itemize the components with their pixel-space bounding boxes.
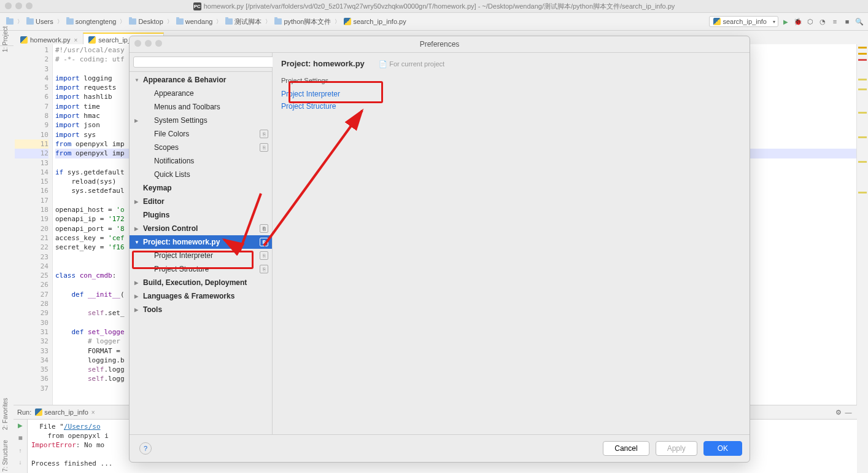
prefs-tree-item[interactable]: ▶System Settings [130, 114, 272, 127]
prefs-tree-item[interactable]: ▶Editor [130, 195, 272, 208]
pycharm-icon: PC [193, 2, 201, 10]
folder-icon [66, 18, 74, 25]
section-title: Project Settings [281, 77, 741, 84]
dialog-title: Preferences [420, 40, 460, 49]
breadcrumb-item[interactable]: python脚本文件 [272, 16, 333, 28]
folder-icon [274, 18, 282, 25]
search-input[interactable] [133, 57, 283, 68]
stop-icon[interactable]: ■ [842, 17, 852, 26]
prefs-tree-item[interactable]: Appearance [130, 87, 272, 100]
folder-icon [26, 18, 34, 25]
prefs-tree-item[interactable]: ▶Languages & Frameworks [130, 289, 272, 303]
ok-button[interactable]: OK [703, 441, 742, 456]
tool-window-project[interactable]: 1: Project [2, 26, 9, 52]
folder-icon [129, 18, 136, 25]
prefs-tree-item[interactable]: Plugins [130, 208, 272, 222]
prefs-tree-item[interactable]: Project Structure⎘ [130, 262, 272, 276]
close-icon[interactable]: × [91, 409, 95, 416]
run-toolbar: ▶ ■ ↑ ↓ [14, 420, 28, 473]
breadcrumb-item[interactable]: Desktop [126, 17, 165, 26]
python-file-icon [35, 408, 42, 416]
file-link[interactable]: /Users/so [64, 423, 101, 431]
prefs-tree-item[interactable]: ▶Build, Execution, Deployment [130, 276, 272, 289]
project-structure-link[interactable]: Project Structure [281, 100, 741, 112]
search-icon[interactable]: 🔍 [854, 17, 864, 26]
project-interpreter-link[interactable]: Project Interpreter [281, 88, 741, 100]
dialog-titlebar: Preferences [130, 36, 750, 53]
breadcrumb-item[interactable]: songtengteng [64, 17, 119, 26]
breadcrumb-item[interactable]: 测试脚本 [223, 16, 264, 28]
breadcrumb-item[interactable]: Users [24, 17, 56, 26]
python-file-icon [344, 18, 351, 25]
navigation-bar: 〉 Users 〉 songtengteng 〉 Desktop 〉 wenda… [0, 13, 868, 31]
python-file-icon [20, 36, 28, 44]
prefs-tree-item[interactable]: ▼Project: homework.py⎘ [130, 235, 272, 249]
breadcrumb-item[interactable]: search_ip_info.py [341, 17, 408, 26]
prefs-tree-item[interactable]: Quick Lists [130, 168, 272, 181]
stop-icon[interactable]: ■ [18, 434, 22, 442]
close-icon[interactable]: × [74, 37, 77, 44]
prefs-tree-item[interactable]: Project Interpreter⎘ [130, 249, 272, 262]
dialog-footer: ? Cancel Apply OK [130, 434, 750, 462]
toolbar-right: search_ip_info ▶ 🐞 ⬡ ◔ ≡ ■ 🔍 [709, 16, 864, 27]
run-label: Run: [17, 408, 31, 416]
folder-icon [176, 18, 184, 25]
concurrency-icon[interactable]: ≡ [830, 17, 840, 26]
preferences-sidebar: ▼Appearance & BehaviorAppearanceMenus an… [130, 53, 273, 434]
run-config-selector[interactable]: search_ip_info [709, 16, 778, 27]
preferences-tree[interactable]: ▼Appearance & BehaviorAppearanceMenus an… [130, 72, 272, 434]
prefs-tree-item[interactable]: Menus and Toolbars [130, 100, 272, 114]
profile-icon[interactable]: ◔ [818, 17, 827, 26]
prefs-tree-item[interactable]: Scopes⎘ [130, 141, 272, 154]
folder-icon [225, 18, 233, 25]
page-title: Project: homework.py [281, 59, 365, 68]
prefs-tree-item[interactable]: ▶Version Control⎘ [130, 222, 272, 235]
prefs-tree-item[interactable]: File Colors⎘ [130, 127, 272, 141]
traffic-lights [134, 40, 162, 47]
tool-window-favorites[interactable]: 2: Favorites [2, 398, 9, 430]
traffic-lights [5, 2, 33, 9]
gear-icon[interactable]: ⚙ [834, 407, 843, 417]
prefs-tree-item[interactable]: Keymap [130, 181, 272, 195]
error-stripe[interactable] [856, 44, 868, 405]
prefs-tree-item[interactable]: Notifications [130, 154, 272, 168]
window-title: homework.py [/private/var/folders/vd/0z0… [204, 2, 675, 11]
window-titlebar: PC homework.py [/private/var/folders/vd/… [0, 0, 868, 13]
down-icon[interactable]: ↓ [19, 459, 22, 466]
rerun-icon[interactable]: ▶ [18, 422, 23, 429]
minimize-icon[interactable]: — [843, 407, 853, 417]
run-tab[interactable]: search_ip_info× [31, 407, 98, 417]
python-file-icon [88, 36, 96, 44]
folder-icon [6, 18, 14, 25]
tool-window-structure[interactable]: 7: Structure [2, 440, 9, 472]
python-file-icon [713, 18, 721, 25]
help-icon[interactable]: ? [139, 442, 152, 455]
prefs-tree-item[interactable]: ▶Tools [130, 303, 272, 316]
line-gutter: 1234567891011121314151617181920212223242… [14, 44, 53, 405]
preferences-content: Project: homework.py 📄 For current proje… [273, 53, 750, 434]
up-icon[interactable]: ↑ [19, 447, 22, 454]
preferences-dialog: Preferences ▼Appearance & BehaviorAppear… [129, 36, 750, 463]
cancel-button[interactable]: Cancel [603, 441, 649, 456]
breadcrumb-root[interactable] [4, 17, 16, 26]
scope-label: 📄 For current project [379, 60, 444, 68]
prefs-tree-item[interactable]: ▼Appearance & Behavior [130, 73, 272, 87]
breadcrumb: 〉 Users 〉 songtengteng 〉 Desktop 〉 wenda… [4, 16, 709, 28]
debug-icon[interactable]: 🐞 [793, 17, 803, 26]
run-icon[interactable]: ▶ [781, 17, 791, 26]
breadcrumb-item[interactable]: wendang [174, 17, 215, 26]
apply-button[interactable]: Apply [656, 441, 697, 456]
coverage-icon[interactable]: ⬡ [805, 17, 815, 26]
